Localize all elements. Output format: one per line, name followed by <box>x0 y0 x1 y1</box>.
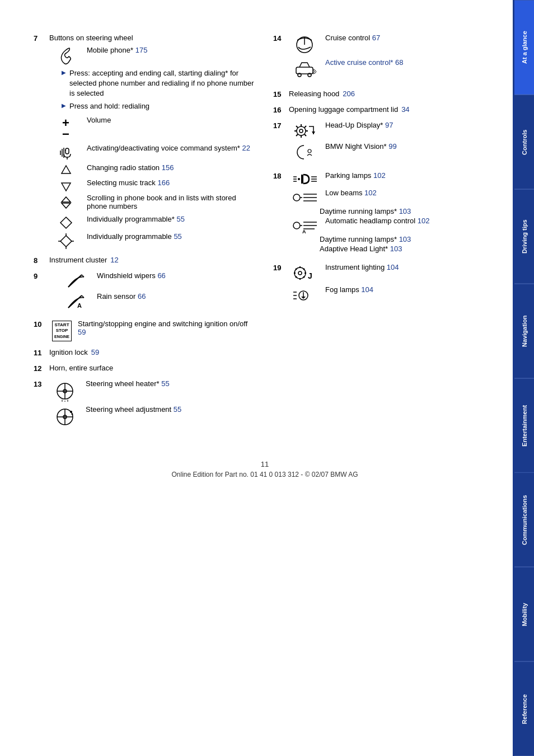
lowbeam-ref: 102 <box>364 189 377 197</box>
daytime2-ref: 103 <box>399 235 411 243</box>
fog-lamps-icon <box>289 285 320 304</box>
item-11-ref: 59 <box>91 348 99 356</box>
svg-point-67 <box>298 271 302 275</box>
item-19-number: 19 <box>273 263 285 308</box>
svg-point-55 <box>293 194 300 201</box>
svg-text:J: J <box>308 271 312 280</box>
svg-point-29 <box>71 413 73 415</box>
adj-ref: 55 <box>174 405 181 414</box>
daytime2-label: Daytime running lamps* <box>320 235 397 243</box>
steering-adj-icon <box>49 405 80 428</box>
arrow-up-icon <box>50 163 81 177</box>
svg-point-46 <box>308 149 311 153</box>
sidebar-tab-mobility[interactable]: Mobility <box>514 567 534 661</box>
start-stop-icon: STARTSTOPENGINE <box>49 320 74 341</box>
hud-label: Head-Up Display* <box>325 121 383 129</box>
night-vision-icon <box>289 142 320 161</box>
svg-line-43 <box>296 134 298 136</box>
bullet-2: ▶ <box>62 102 66 109</box>
night-ref: 99 <box>388 142 396 151</box>
wiper-label: Windshield wipers <box>97 271 156 280</box>
fog-label: Fog lamps <box>325 285 359 294</box>
phone-icon <box>50 46 81 65</box>
sidebar-tab-reference[interactable]: Reference <box>514 661 534 756</box>
instrument-label: Instrument lighting <box>325 263 385 271</box>
svg-text:A: A <box>302 229 306 233</box>
item-8: 8 Instrument cluster 12 <box>34 256 256 265</box>
sidebar-tab-communications[interactable]: Communications <box>514 472 534 567</box>
item-7-number: 7 <box>34 34 46 43</box>
item-12-label: Horn, entire surface <box>49 364 113 373</box>
music-label: Selecting music track <box>87 179 156 187</box>
item-11: 11 Ignition lock 59 <box>34 348 256 357</box>
cruise-icon <box>289 34 320 55</box>
item-9-number: 9 <box>34 271 46 313</box>
svg-line-44 <box>305 126 306 128</box>
item-16-number: 16 <box>273 105 285 114</box>
item-13: 13 <box>34 379 256 431</box>
minus-icon: − <box>62 128 69 140</box>
active-cruise-ref: 68 <box>395 58 403 67</box>
heat-ref: 55 <box>161 379 169 388</box>
sidebar: At a glance Controls Driving tips Naviga… <box>513 0 534 756</box>
sidebar-tab-driving-tips[interactable]: Driving tips <box>514 189 534 284</box>
sidebar-tab-navigation[interactable]: Navigation <box>514 284 534 378</box>
voice-label: Activating/deactivating voice command sy… <box>87 144 240 152</box>
item-18: 18 <box>273 171 496 256</box>
sidebar-tab-controls[interactable]: Controls <box>514 95 534 189</box>
sidebar-tab-at-a-glance[interactable]: At a glance <box>514 0 534 95</box>
radio-ref: 156 <box>162 163 174 172</box>
item-10-number: 10 <box>34 320 46 328</box>
auto-headlamp-icon: A <box>289 217 320 233</box>
svg-rect-51 <box>301 175 303 184</box>
svg-text:A: A <box>77 302 82 309</box>
item-11-number: 11 <box>34 348 46 357</box>
svg-point-50 <box>298 178 300 180</box>
prog2-ref: 55 <box>174 232 181 241</box>
item-8-number: 8 <box>34 256 46 265</box>
scroll-arrows-icon <box>50 194 81 210</box>
radio-label: Changing radio station <box>87 163 160 172</box>
fog-ref: 104 <box>361 285 373 294</box>
parking-lamps-icon <box>289 171 320 186</box>
svg-marker-6 <box>62 166 71 173</box>
hud-icon <box>289 121 320 139</box>
svg-rect-32 <box>296 67 313 74</box>
active-cruise-label: Active cruise control* <box>325 58 393 67</box>
item-9: 9 <box>34 271 256 313</box>
rain-ref: 66 <box>138 292 146 300</box>
daytime-ref: 103 <box>399 207 411 215</box>
item-17: 17 <box>273 121 496 165</box>
item-8-title: Instrument cluster <box>49 256 107 265</box>
adaptive-ref: 103 <box>390 245 402 253</box>
sidebar-tab-entertainment[interactable]: Entertainment <box>514 378 534 473</box>
item-15-label: Releasing hood <box>289 90 339 98</box>
svg-marker-10 <box>60 217 72 228</box>
item-19: 19 <box>273 263 496 308</box>
item-14-number: 14 <box>273 34 285 83</box>
svg-point-35 <box>297 126 306 135</box>
item-16: 16 Opening luggage compartment lid 34 <box>273 105 496 114</box>
svg-line-72 <box>296 269 297 270</box>
item-10-label: Starting/stopping engine and switching i… <box>78 320 247 328</box>
item-12-number: 12 <box>34 364 46 373</box>
svg-marker-45 <box>312 132 315 134</box>
item-7: 7 Buttons on steering wheel <box>34 34 256 249</box>
phone-sub-2-text: Press and hold: redialing <box>69 101 149 111</box>
svg-rect-4 <box>65 148 69 154</box>
footer-text: Online Edition for Part no. 01 41 0 013 … <box>34 471 496 478</box>
active-cruise-icon <box>289 58 320 79</box>
phone-sub-1: ▶ Press: accepting and ending call, star… <box>62 68 256 99</box>
cruise-ref: 67 <box>372 34 380 42</box>
item-15: 15 Releasing hood 206 <box>273 90 496 98</box>
item-16-ref: 34 <box>401 105 409 114</box>
prog2-label: Individually programmable <box>87 232 172 241</box>
item-15-ref: 206 <box>343 90 355 98</box>
item-10: 10 STARTSTOPENGINE Starting/stopping eng… <box>34 320 256 341</box>
item-14: 14 <box>273 34 496 83</box>
phone-label: Mobile phone* <box>87 46 133 54</box>
phone-ref: 175 <box>135 46 148 54</box>
item-11-label: Ignition lock <box>49 348 88 357</box>
voice-icon <box>50 144 81 161</box>
volume-icons: + − <box>50 116 81 140</box>
